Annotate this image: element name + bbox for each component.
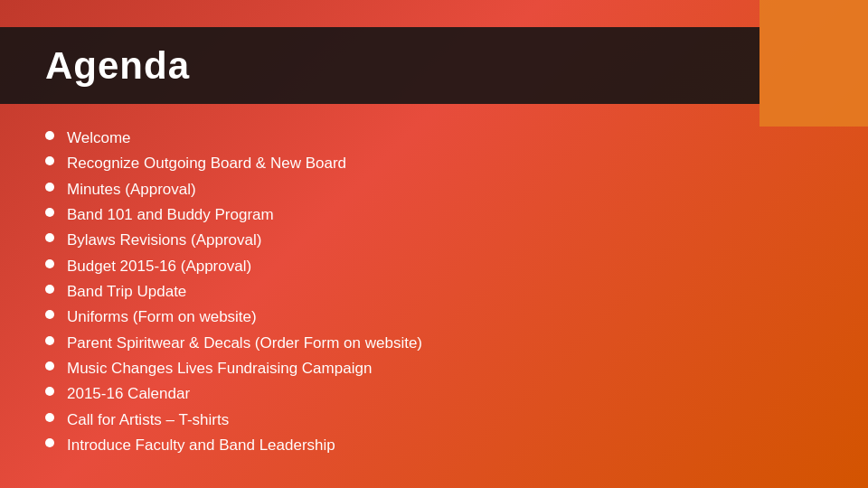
list-item-text: Parent Spiritwear & Decals (Order Form o… <box>67 332 422 355</box>
list-item: Welcome <box>45 127 823 150</box>
list-item-text: Bylaws Revisions (Approval) <box>67 229 261 252</box>
list-item: Uniforms (Form on website) <box>45 305 823 329</box>
list-item: Budget 2015-16 (Approval) <box>45 255 823 278</box>
list-item: Bylaws Revisions (Approval) <box>45 229 823 252</box>
bullet-dot-icon <box>45 413 54 422</box>
list-item: 2015-16 Calendar <box>45 382 823 406</box>
list-item: Music Changes Lives Fundraising Campaign <box>45 357 823 380</box>
bullet-dot-icon <box>45 183 54 192</box>
list-item-text: Music Changes Lives Fundraising Campaign <box>67 357 372 380</box>
slide: Agenda WelcomeRecognize Outgoing Board &… <box>0 0 868 488</box>
bullet-dot-icon <box>45 438 54 447</box>
bullet-dot-icon <box>45 208 54 217</box>
bullet-dot-icon <box>45 233 54 242</box>
list-item: Introduce Faculty and Band Leadership <box>45 434 823 457</box>
list-item: Band 101 and Buddy Program <box>45 203 823 227</box>
list-item-text: Budget 2015-16 (Approval) <box>67 255 251 278</box>
list-item-text: Band Trip Update <box>67 280 186 304</box>
bullet-dot-icon <box>45 336 54 345</box>
list-item-text: Introduce Faculty and Band Leadership <box>67 434 335 457</box>
bullet-dot-icon <box>45 387 54 396</box>
list-item: Recognize Outgoing Board & New Board <box>45 152 823 175</box>
bullet-dot-icon <box>45 285 54 294</box>
bullet-dot-icon <box>45 259 54 268</box>
list-item-text: Welcome <box>67 127 131 150</box>
bullet-dot-icon <box>45 156 54 165</box>
list-item-text: 2015-16 Calendar <box>67 382 190 406</box>
list-item-text: Recognize Outgoing Board & New Board <box>67 152 346 175</box>
list-item-text: Minutes (Approval) <box>67 178 196 202</box>
list-item: Call for Artists – T-shirts <box>45 408 823 432</box>
list-item-text: Call for Artists – T-shirts <box>67 408 229 432</box>
bullet-dot-icon <box>45 131 54 140</box>
accent-square <box>760 0 868 127</box>
list-item-text: Band 101 and Buddy Program <box>67 203 274 227</box>
slide-title: Agenda <box>45 44 190 88</box>
bullet-dot-icon <box>45 310 54 319</box>
content-area: WelcomeRecognize Outgoing Board & New Bo… <box>45 127 823 470</box>
header-bar: Agenda <box>0 27 760 104</box>
list-item-text: Uniforms (Form on website) <box>67 305 257 329</box>
list-item: Band Trip Update <box>45 280 823 304</box>
agenda-list: WelcomeRecognize Outgoing Board & New Bo… <box>45 127 823 457</box>
list-item: Minutes (Approval) <box>45 178 823 202</box>
list-item: Parent Spiritwear & Decals (Order Form o… <box>45 332 823 355</box>
bullet-dot-icon <box>45 361 54 371</box>
